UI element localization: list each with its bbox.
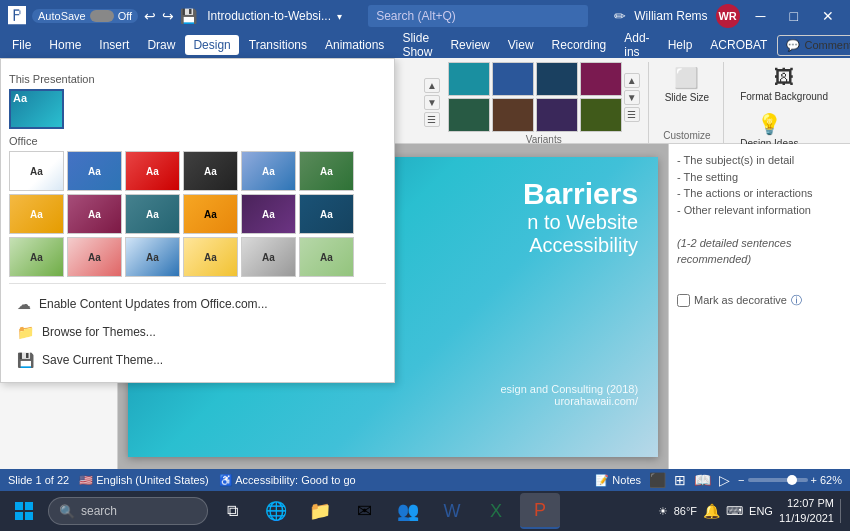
menu-design[interactable]: Design [185, 35, 238, 55]
office-label: Office [9, 144, 118, 147]
variant-thumb[interactable] [448, 62, 490, 96]
taskbar-search-box[interactable]: 🔍 search [48, 497, 208, 525]
word-icon: W [444, 501, 461, 522]
maximize-button[interactable]: □ [782, 6, 806, 26]
theme-item[interactable]: Aa [67, 237, 118, 277]
enable-updates-icon: ☁ [17, 296, 31, 312]
word-button[interactable]: W [432, 493, 472, 529]
slide-title: Barriers n to Website Accessibility [523, 177, 638, 257]
main-layout: This Presentation Aa Office Aa Aa Aa Aa … [0, 144, 850, 469]
theme-item[interactable]: Aa [9, 237, 64, 277]
menu-help[interactable]: Help [660, 35, 701, 55]
close-button[interactable]: ✕ [814, 6, 842, 26]
menu-animations[interactable]: Animations [317, 35, 392, 55]
variants-scroll-up[interactable]: ▲ [624, 73, 640, 88]
title-bar-right: ✏ William Rems WR ─ □ ✕ [614, 4, 842, 28]
scroll-down-button[interactable]: ▼ [424, 95, 440, 110]
reading-view-button[interactable]: 📖 [694, 472, 711, 488]
dropdown-icon[interactable]: ▾ [337, 11, 342, 22]
menu-slideshow[interactable]: Slide Show [394, 28, 440, 62]
pen-icon[interactable]: ✏ [614, 8, 626, 24]
show-desktop-button[interactable] [840, 499, 846, 523]
excel-icon: X [490, 501, 502, 522]
search-input[interactable] [368, 5, 588, 27]
menu-acrobat[interactable]: ACROBAT [702, 35, 775, 55]
autosave-value: Off [118, 10, 132, 22]
normal-view-button[interactable]: ⬛ [649, 472, 666, 488]
accessibility-status[interactable]: ♿ Accessibility: Good to go [219, 474, 356, 487]
slide-sorter-button[interactable]: ⊞ [674, 472, 686, 488]
menu-view[interactable]: View [500, 35, 542, 55]
variant-thumb[interactable] [448, 98, 490, 132]
ribbon-designer-group: 🖼 Format Background 💡 Design Ideas Desig… [734, 62, 842, 143]
theme-item[interactable]: Aa [67, 151, 118, 191]
language-indicator[interactable]: ENG [749, 505, 773, 517]
variant-thumb[interactable] [580, 98, 622, 132]
zoom-out-icon[interactable]: − [738, 474, 744, 486]
mark-decorative-checkbox[interactable] [677, 294, 690, 307]
browse-themes-item[interactable]: 📁 Browse for Themes... [9, 318, 118, 346]
powerpoint-button[interactable]: P [520, 493, 560, 529]
zoom-in-icon[interactable]: + [811, 474, 817, 486]
notification-icon[interactable]: 🔔 [703, 503, 720, 519]
svg-rect-2 [15, 512, 23, 520]
svg-rect-1 [25, 502, 33, 510]
zoom-control[interactable]: − + 62% [738, 474, 842, 486]
menu-review[interactable]: Review [442, 35, 497, 55]
format-background-button[interactable]: 🖼 Format Background [734, 62, 834, 106]
start-button[interactable] [4, 493, 44, 529]
undo-icon[interactable]: ↩ [144, 8, 156, 24]
notes-button[interactable]: 📝 Notes [595, 474, 641, 487]
task-view-button[interactable]: ⧉ [212, 493, 252, 529]
menu-home[interactable]: Home [41, 35, 89, 55]
avatar[interactable]: WR [716, 4, 740, 28]
slide-size-button[interactable]: ⬜ Slide Size [659, 62, 715, 107]
browse-themes-icon: 📁 [17, 324, 34, 340]
edge-button[interactable]: 🌐 [256, 493, 296, 529]
redo-icon[interactable]: ↪ [162, 8, 174, 24]
excel-button[interactable]: X [476, 493, 516, 529]
variant-thumb[interactable] [492, 98, 534, 132]
file-name: Introduction-to-Websi... [207, 9, 331, 23]
right-panel-line3: - The actions or interactions [677, 185, 842, 202]
scroll-up-button[interactable]: ▲ [424, 78, 440, 93]
zoom-slider[interactable] [748, 478, 808, 482]
menu-draw[interactable]: Draw [139, 35, 183, 55]
scroll-more-button[interactable]: ☰ [424, 112, 440, 127]
variant-thumb[interactable] [492, 62, 534, 96]
enable-updates-item[interactable]: ☁ Enable Content Updates from Office.com… [9, 290, 118, 318]
variant-thumb[interactable] [580, 62, 622, 96]
mark-decorative-label: Mark as decorative [694, 292, 787, 309]
comments-button[interactable]: 💬 Comments [777, 35, 850, 56]
comment-icon: 💬 [786, 39, 800, 52]
menu-transitions[interactable]: Transitions [241, 35, 315, 55]
menu-recording[interactable]: Recording [544, 35, 615, 55]
mark-decorative-row[interactable]: Mark as decorative ⓘ [677, 292, 842, 309]
save-theme-item[interactable]: 💾 Save Current Theme... [9, 346, 118, 374]
language-info: 🇺🇸 English (United States) [79, 474, 209, 487]
variants-scroll-more[interactable]: ☰ [624, 107, 640, 122]
menu-insert[interactable]: Insert [91, 35, 137, 55]
quick-save-icon[interactable]: 💾 [180, 8, 197, 24]
autosave-pill[interactable] [90, 10, 114, 22]
theme-item[interactable]: Aa [9, 151, 64, 191]
explorer-button[interactable]: 📁 [300, 493, 340, 529]
menu-file[interactable]: File [4, 35, 39, 55]
theme-item[interactable]: Aa [67, 194, 118, 234]
right-panel-recommendation: (1-2 detailed sentences recommended) [677, 235, 842, 268]
variant-thumb[interactable] [536, 62, 578, 96]
outlook-button[interactable]: ✉ [344, 493, 384, 529]
variant-thumb[interactable] [536, 98, 578, 132]
presentation-button[interactable]: ▷ [719, 472, 730, 488]
clock[interactable]: 12:07 PM 11/19/2021 [779, 496, 834, 527]
minimize-button[interactable]: ─ [748, 6, 774, 26]
menu-addins[interactable]: Add-ins [616, 28, 657, 62]
teams-button[interactable]: 👥 [388, 493, 428, 529]
theme-item[interactable]: Aa [9, 194, 64, 234]
right-panel-line4: - Other relevant information [677, 202, 842, 219]
save-theme-icon: 💾 [17, 352, 34, 368]
ribbon-variants-group: ▲ ▼ ☰ Variants [448, 62, 649, 143]
keyboard-icon[interactable]: ⌨ [726, 504, 743, 518]
autosave-toggle[interactable]: AutoSave Off [32, 9, 138, 23]
variants-scroll-down[interactable]: ▼ [624, 90, 640, 105]
